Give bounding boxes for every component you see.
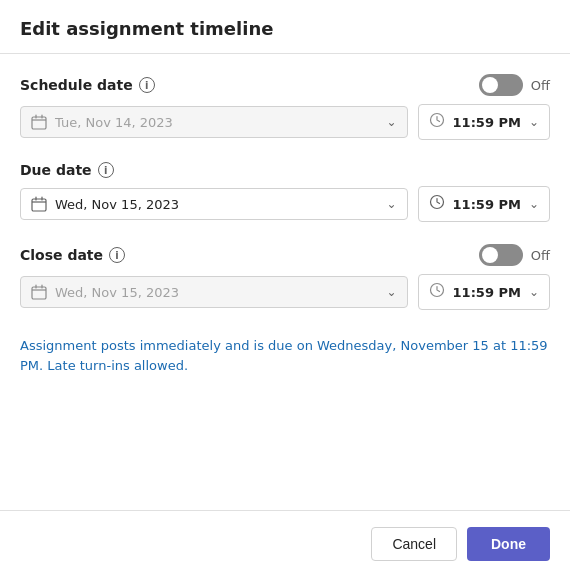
dialog-title: Edit assignment timeline — [20, 18, 550, 39]
close-toggle-thumb — [482, 247, 498, 263]
dialog-header: Edit assignment timeline — [0, 0, 570, 54]
close-date-label: Close date i — [20, 247, 125, 263]
schedule-date-chevron: ⌄ — [387, 115, 397, 129]
schedule-date-input-row: Tue, Nov 14, 2023 ⌄ 11:59 PM ⌄ — [20, 104, 550, 140]
due-date-input-row: Wed, Nov 15, 2023 ⌄ 11:59 PM ⌄ — [20, 186, 550, 222]
schedule-date-label-row: Schedule date i Off — [20, 74, 550, 96]
due-date-chevron: ⌄ — [387, 197, 397, 211]
schedule-time-value: 11:59 PM — [453, 115, 521, 130]
close-date-section: Close date i Off — [20, 244, 550, 310]
close-time-picker[interactable]: 11:59 PM ⌄ — [418, 274, 550, 310]
close-time-value: 11:59 PM — [453, 285, 521, 300]
due-date-info-icon[interactable]: i — [98, 162, 114, 178]
schedule-date-calendar-icon — [31, 114, 47, 130]
dialog-body: Schedule date i Off — [0, 54, 570, 510]
cancel-button[interactable]: Cancel — [371, 527, 457, 561]
schedule-date-picker[interactable]: Tue, Nov 14, 2023 ⌄ — [20, 106, 408, 138]
dialog-footer: Cancel Done — [0, 511, 570, 577]
due-date-label-row: Due date i — [20, 162, 550, 178]
due-time-value: 11:59 PM — [453, 197, 521, 212]
schedule-time-chevron: ⌄ — [529, 115, 539, 129]
close-date-chevron: ⌄ — [387, 285, 397, 299]
close-time-chevron: ⌄ — [529, 285, 539, 299]
due-clock-icon — [429, 194, 445, 214]
close-date-label-row: Close date i Off — [20, 244, 550, 266]
due-time-picker[interactable]: 11:59 PM ⌄ — [418, 186, 550, 222]
svg-rect-2 — [32, 199, 46, 211]
close-date-toggle[interactable] — [479, 244, 523, 266]
due-date-value: Wed, Nov 15, 2023 — [55, 197, 379, 212]
schedule-date-info-icon[interactable]: i — [139, 77, 155, 93]
close-date-info-icon[interactable]: i — [109, 247, 125, 263]
close-date-toggle-row: Off — [479, 244, 550, 266]
assignment-info-text: Assignment posts immediately and is due … — [20, 336, 550, 375]
close-date-toggle-label: Off — [531, 248, 550, 263]
due-date-calendar-icon — [31, 196, 47, 212]
schedule-date-label: Schedule date i — [20, 77, 155, 93]
due-time-chevron: ⌄ — [529, 197, 539, 211]
toggle-thumb — [482, 77, 498, 93]
close-date-picker[interactable]: Wed, Nov 15, 2023 ⌄ — [20, 276, 408, 308]
close-clock-icon — [429, 282, 445, 302]
svg-rect-4 — [32, 287, 46, 299]
done-button[interactable]: Done — [467, 527, 550, 561]
edit-timeline-dialog: Edit assignment timeline Schedule date i… — [0, 0, 570, 577]
schedule-date-section: Schedule date i Off — [20, 74, 550, 140]
due-date-section: Due date i Wed, Nov 15, 2023 — [20, 162, 550, 222]
schedule-date-value: Tue, Nov 14, 2023 — [55, 115, 379, 130]
close-date-input-row: Wed, Nov 15, 2023 ⌄ 11:59 PM ⌄ — [20, 274, 550, 310]
svg-rect-0 — [32, 117, 46, 129]
schedule-clock-icon — [429, 112, 445, 132]
schedule-time-picker[interactable]: 11:59 PM ⌄ — [418, 104, 550, 140]
schedule-date-toggle-row: Off — [479, 74, 550, 96]
schedule-date-toggle-label: Off — [531, 78, 550, 93]
schedule-date-toggle[interactable] — [479, 74, 523, 96]
close-date-value: Wed, Nov 15, 2023 — [55, 285, 379, 300]
close-date-calendar-icon — [31, 284, 47, 300]
due-date-label: Due date i — [20, 162, 114, 178]
due-date-picker[interactable]: Wed, Nov 15, 2023 ⌄ — [20, 188, 408, 220]
